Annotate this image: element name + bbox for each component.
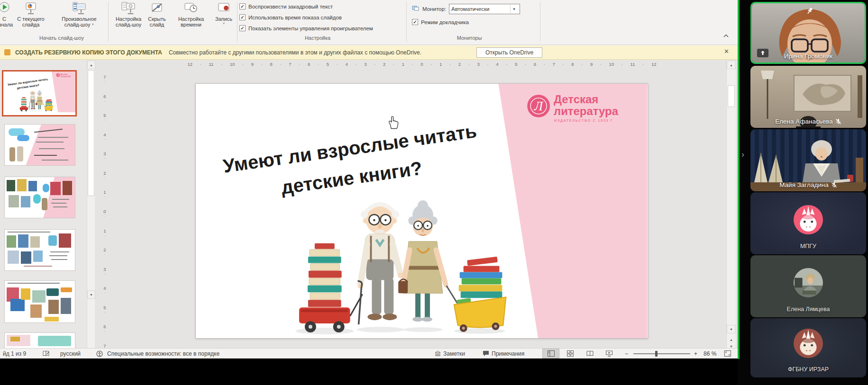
checkbox-play-narrations[interactable]: ✓ Воспроизвести закадровый текст xyxy=(239,3,333,9)
accessibility-icon[interactable] xyxy=(96,349,103,358)
language-indicator[interactable]: русский xyxy=(60,349,81,358)
collapse-ribbon-button[interactable] xyxy=(721,31,731,40)
previous-slide-button[interactable]: ▲ xyxy=(727,336,735,343)
scroll-up-icon[interactable]: ▲ xyxy=(727,61,736,69)
reading-view-button[interactable] xyxy=(581,349,598,358)
button-label: слайда xyxy=(22,22,40,27)
from-current-slide-button[interactable]: С текущего слайда xyxy=(10,1,51,30)
accessibility-status[interactable]: Специальные возможности: все в порядке xyxy=(107,349,219,358)
slide-canvas[interactable] xyxy=(195,83,648,339)
checkbox-checked-icon[interactable]: ✓ xyxy=(412,19,418,25)
fit-to-window-button[interactable] xyxy=(724,349,731,358)
group-label-monitors: Мониторы xyxy=(417,35,521,41)
checkbox-use-timings[interactable]: ✓ Использовать время показа слайдов xyxy=(239,14,342,20)
avatar xyxy=(750,205,866,234)
participant-tile[interactable]: Елена Лямцева xyxy=(750,255,866,317)
slide-area-scrollbar[interactable]: ▲ ▼ xyxy=(726,61,736,348)
ribbon-divider xyxy=(237,2,238,42)
notes-button[interactable]: Заметки xyxy=(435,349,465,358)
normal-view-button[interactable] xyxy=(542,349,559,358)
mic-muted-icon xyxy=(835,118,841,125)
slide-1-content xyxy=(196,84,648,338)
participant-tile[interactable]: Майя Загладина xyxy=(750,129,866,191)
button-label: Скрыть xyxy=(148,16,166,22)
participant-tile[interactable]: ФГБНУ ИРЗАР xyxy=(750,318,866,377)
status-bar: йд 1 из 9 русский Специальные возможност… xyxy=(0,348,738,358)
comments-button[interactable]: Примечания xyxy=(483,349,524,358)
dropdown-caret-icon: ˅ xyxy=(223,22,225,26)
group-label-start-slideshow: Начать слайд-шоу xyxy=(14,35,109,41)
ribbon-slideshow-tab: С начала С текущего слайда Произвольное … xyxy=(0,0,738,45)
hide-slide-icon xyxy=(151,1,163,15)
participant-name-text: Елена Афанасьева xyxy=(775,118,833,125)
checkbox-label: Показать элементы управления проигрывате… xyxy=(248,26,373,31)
close-notification-icon[interactable]: ✕ xyxy=(724,48,729,55)
participant-name: Майя Загладина xyxy=(750,181,866,188)
slide-thumbnail-5[interactable] xyxy=(4,280,75,323)
thumbnail-scrollbar-thumb[interactable] xyxy=(88,70,94,196)
monitor-label: Монитор: xyxy=(422,6,446,12)
participant-tile[interactable]: МПГУ xyxy=(750,192,866,254)
custom-show-icon xyxy=(72,1,86,15)
zoom-level[interactable]: 86 % xyxy=(704,349,716,358)
monitor-dropdown-value: Автоматически xyxy=(451,6,489,12)
video-conference-panel: › Ирина Громовик xyxy=(738,0,868,385)
checkbox-checked-icon[interactable]: ✓ xyxy=(239,3,246,9)
slide-thumbnail-6[interactable] xyxy=(4,332,75,348)
slide-sorter-view-button[interactable] xyxy=(562,349,579,358)
checkbox-label: Воспроизвести закадровый текст xyxy=(248,4,333,9)
horizontal-ruler: 12 · 11 · 10 · 9 · 8 · 7 · 6 · 5 · 4 · 3… xyxy=(166,62,678,69)
group-label-setup: Настройка xyxy=(265,35,370,41)
zoom-slider[interactable] xyxy=(633,349,690,358)
mic-muted-icon xyxy=(831,182,837,188)
checkbox-show-media-controls[interactable]: ✓ Показать элементы управления проигрыва… xyxy=(239,25,373,31)
rehearse-timings-button[interactable]: Настройка времени xyxy=(172,1,210,30)
setup-slideshow-button[interactable]: Настройка слайд-шоу xyxy=(110,1,146,30)
checkbox-presenter-mode[interactable]: ✓ Режим докладчика xyxy=(412,19,469,25)
thumbnail-scroll-up-icon[interactable]: ▲ xyxy=(87,61,95,69)
record-button[interactable]: Запись ˅ xyxy=(212,1,235,30)
slide-thumbnail-2[interactable] xyxy=(4,124,75,166)
thumbnail-scrollbar[interactable]: ▲ ▼ xyxy=(87,61,95,348)
participant-name: ФГБНУ ИРЗАР xyxy=(750,366,866,373)
checkbox-label: Режим докладчика xyxy=(421,19,469,25)
notification-bar: СОЗДАТЬ РЕЗЕРВНУЮ КОПИЮ ЭТОГО ДОКУМЕНТА … xyxy=(0,45,738,60)
participant-tile[interactable]: Ирина Громовик xyxy=(750,2,866,64)
slide-thumbnail-4[interactable] xyxy=(4,229,75,271)
slideshow-view-button[interactable] xyxy=(601,349,618,358)
checkbox-checked-icon[interactable]: ✓ xyxy=(239,25,246,31)
dropdown-arrow-icon[interactable]: ▼ xyxy=(510,5,518,13)
comments-label: Примечания xyxy=(492,350,524,357)
scrollbar-thumb[interactable] xyxy=(728,85,735,107)
thumbnail-scroll-down-icon[interactable]: ▼ xyxy=(87,290,95,299)
monitor-dropdown[interactable]: Автоматически ▼ xyxy=(449,4,520,14)
checkbox-checked-icon[interactable]: ✓ xyxy=(239,14,246,20)
hide-slide-button[interactable]: Скрыть слайд xyxy=(145,1,169,30)
scroll-down-icon[interactable]: ▼ xyxy=(727,325,736,333)
notification-bold-text: СОЗДАТЬ РЕЗЕРВНУЮ КОПИЮ ЭТОГО ДОКУМЕНТА xyxy=(15,49,162,56)
custom-slideshow-button[interactable]: Произвольное слайд-шоу ˅ xyxy=(54,1,105,30)
photo-avatar xyxy=(794,268,823,297)
zoom-slider-thumb[interactable] xyxy=(655,351,658,357)
proofing-icon[interactable] xyxy=(43,349,50,358)
notes-label: Заметки xyxy=(443,350,465,357)
button-label: слайд xyxy=(150,22,164,27)
backup-warning-icon xyxy=(4,49,10,55)
panel-expand-chevron-icon[interactable]: › xyxy=(741,150,744,160)
zoom-out-button[interactable]: − xyxy=(625,349,628,358)
dropdown-caret-icon: ˅ xyxy=(91,23,94,27)
pin-icon[interactable] xyxy=(806,7,813,17)
slide-thumbnail-3[interactable] xyxy=(4,177,75,218)
zoom-in-button[interactable]: + xyxy=(694,349,697,358)
participant-name: Елена Лямцева xyxy=(750,306,866,313)
unicorn-avatar-icon xyxy=(794,205,823,234)
button-label: Произвольное xyxy=(62,16,96,22)
button-label: Настройка xyxy=(116,16,141,22)
rehearse-timings-icon xyxy=(184,1,198,15)
open-onedrive-button[interactable]: Открыть OneDrive xyxy=(476,47,542,58)
monitor-icon xyxy=(412,5,420,13)
slide-thumbnail-1-selected[interactable] xyxy=(2,70,77,116)
button-label: времени xyxy=(181,22,201,27)
participant-tile[interactable]: Елена Афанасьева xyxy=(750,66,866,128)
zoom-slider-track[interactable] xyxy=(633,353,690,354)
